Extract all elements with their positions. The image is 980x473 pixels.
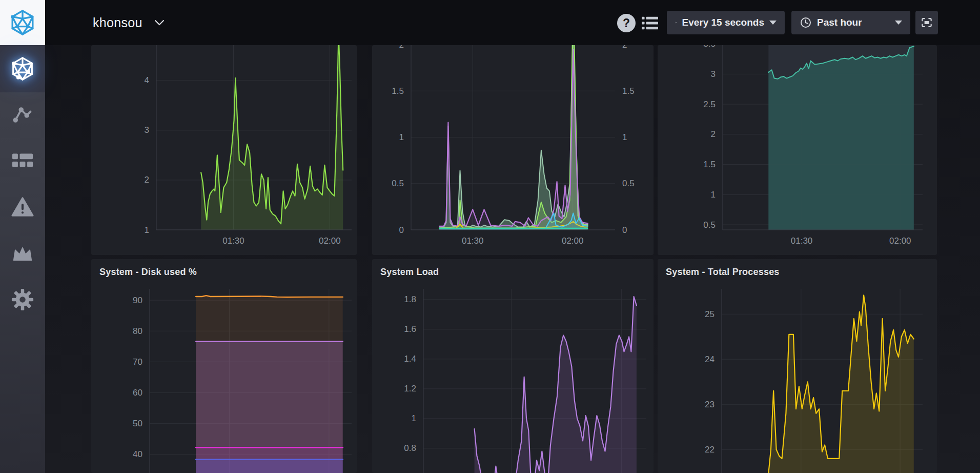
y-tick-label: 3 <box>145 125 149 135</box>
chevron-down-icon <box>154 18 165 27</box>
y-tick-label: 50 <box>133 419 142 428</box>
y-tick-label: 22 <box>705 445 714 455</box>
y-tick-label: 0.8 <box>404 443 416 453</box>
x-tick-label: 01:30 <box>791 236 813 246</box>
panel-top-right: 3.532.521.510.501:3002:00 <box>658 45 937 255</box>
x-tick-label: 02:00 <box>319 236 341 246</box>
time-range-label: Past hour <box>817 17 862 28</box>
y-tick-label: 2 <box>399 45 404 50</box>
refresh-interval-button[interactable]: Every 15 seconds <box>667 11 785 34</box>
y-tick-label: 1 <box>145 225 149 235</box>
y-tick-label: 0.5 <box>392 179 404 188</box>
refresh-icon <box>675 16 677 29</box>
y-tick-label: 3 <box>711 69 716 79</box>
sidebar-item-admin[interactable] <box>0 231 45 276</box>
refresh-interval-label: Every 15 seconds <box>682 17 764 28</box>
y-tick-label: 0.5 <box>703 220 716 230</box>
y-tick-label: 70 <box>133 357 142 367</box>
list-icon <box>642 15 658 31</box>
y-tick-label: 23 <box>705 400 714 409</box>
sidebar <box>0 0 45 473</box>
crown-icon <box>11 243 34 264</box>
dashboard-title: khonsou <box>93 15 142 30</box>
dashboard-title-dropdown[interactable]: khonsou <box>93 0 165 45</box>
y-tick-label: 60 <box>133 388 142 398</box>
caret-down-icon <box>895 21 902 25</box>
y-tick-label: 1 <box>412 413 416 423</box>
polyhedron-glow-icon <box>10 56 35 82</box>
chart-total-processes[interactable]: 25242322 <box>658 259 937 473</box>
y-tick-label: 1.2 <box>404 384 416 393</box>
clock-icon <box>800 16 812 29</box>
panel-top-left: 432101:3002:00 <box>91 45 357 255</box>
y-tick-label: 25 <box>705 309 714 319</box>
y-tick-label: 2 <box>711 129 716 139</box>
chart-disk-used[interactable]: 908070605040 <box>91 259 357 473</box>
question-mark-icon: ? <box>623 16 630 30</box>
top-navbar: khonsou ? <box>0 0 980 45</box>
alert-triangle-icon <box>11 195 34 219</box>
sidebar-item-dashboard-active[interactable] <box>0 45 45 92</box>
y-tick-label-right: 1 <box>622 132 627 142</box>
y-tick-label: 2.5 <box>703 100 716 109</box>
panel-total-processes: System - Total Processes 25242322 <box>658 259 937 473</box>
y-tick-label: 24 <box>705 354 714 364</box>
sidebar-item-metrics[interactable] <box>0 92 45 137</box>
help-button[interactable]: ? <box>617 14 636 32</box>
series-orange <box>196 295 343 297</box>
fullscreen-icon <box>920 16 933 29</box>
dashboard-grid-icon <box>11 151 34 171</box>
app-logo[interactable] <box>0 0 45 45</box>
caret-down-icon <box>769 21 777 25</box>
panel-top-middle: 221.51.5110.50.50001:3002:00 <box>372 45 654 255</box>
y-tick-label: 1 <box>711 190 716 200</box>
y-tick-label-right: 0.5 <box>622 179 635 188</box>
y-tick-label: 0 <box>399 225 404 235</box>
x-tick-label: 01:30 <box>462 236 484 246</box>
y-tick-label: 40 <box>133 449 142 459</box>
chart-top-middle[interactable]: 221.51.5110.50.50001:3002:00 <box>372 45 654 255</box>
x-tick-label: 02:00 <box>562 236 584 246</box>
y-tick-label-right: 2 <box>622 45 627 50</box>
gear-icon <box>11 288 34 311</box>
chart-system-load[interactable]: 1.81.61.41.210.80.6 <box>372 259 654 473</box>
y-tick-label: 1.4 <box>404 354 416 364</box>
y-tick-label: 90 <box>133 295 142 305</box>
dashboard-stage: { "navbar": { "title": "khonsou", "refre… <box>0 0 980 473</box>
cycle-view-button[interactable] <box>915 11 938 34</box>
y-tick-label-right: 0 <box>622 225 627 235</box>
y-tick-label-right: 1.5 <box>622 86 635 96</box>
y-tick-label: 1 <box>399 132 404 142</box>
time-range-button[interactable]: Past hour <box>791 11 910 34</box>
sidebar-item-dashboards[interactable] <box>0 139 45 184</box>
chart-top-left[interactable]: 432101:3002:00 <box>91 45 357 255</box>
panel-disk-used: System - Disk used % 908070605040 <box>91 259 357 473</box>
panel-system-load: System Load 1.81.61.41.210.80.6 <box>372 259 654 473</box>
dashboard-list-button[interactable] <box>642 15 658 33</box>
y-tick-label: 2 <box>145 175 149 185</box>
x-tick-label: 02:00 <box>889 236 911 246</box>
sidebar-item-alerting[interactable] <box>0 185 45 230</box>
y-tick-label: 1.8 <box>404 294 416 304</box>
sidebar-item-settings[interactable] <box>0 277 45 322</box>
scatter-graph-icon <box>11 104 34 126</box>
y-tick-label: 1.5 <box>703 160 716 169</box>
y-tick-label: 1.5 <box>392 86 404 96</box>
logo-polyhedron-icon <box>9 9 36 36</box>
y-tick-label: 4 <box>145 75 149 85</box>
chart-top-right[interactable]: 3.532.521.510.501:3002:00 <box>658 45 937 255</box>
y-tick-label: 80 <box>133 326 142 336</box>
y-tick-label: 3.5 <box>703 45 716 49</box>
y-tick-label: 1.6 <box>404 324 416 334</box>
x-tick-label: 01:30 <box>222 236 244 246</box>
